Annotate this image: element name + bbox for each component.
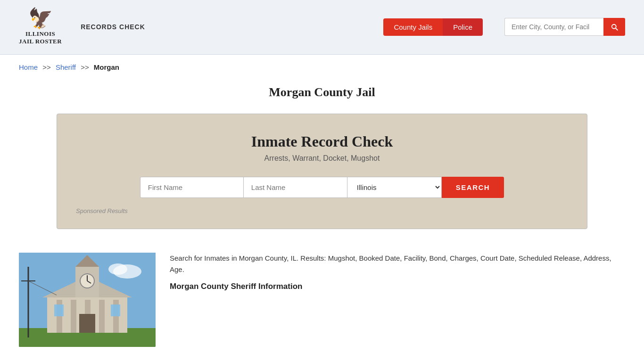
record-search-button[interactable]: SEARCH <box>442 177 504 198</box>
record-check-box: Inmate Record Check Arrests, Warrant, Do… <box>57 114 587 229</box>
county-jails-button[interactable]: County Jails <box>383 18 443 36</box>
bottom-section: Search for Inmates in Morgan County, IL.… <box>0 239 644 361</box>
state-select[interactable]: AlabamaAlaskaArizonaArkansasCaliforniaCo… <box>347 177 442 198</box>
breadcrumb-sep-2: >> <box>81 63 89 71</box>
svg-rect-18 <box>111 304 120 316</box>
header-search-button[interactable] <box>603 18 625 36</box>
breadcrumb-sheriff[interactable]: Sheriff <box>56 63 76 71</box>
bottom-text: Search for Inmates in Morgan County, IL.… <box>170 253 625 291</box>
page-title: Morgan County Jail <box>19 85 625 99</box>
header-search <box>504 18 625 36</box>
header-search-input[interactable] <box>504 18 603 36</box>
bottom-sheriff-heading: Morgan County Sheriff Information <box>170 282 625 291</box>
page-title-area: Morgan County Jail <box>0 76 644 104</box>
records-check-link[interactable]: RECORDS CHECK <box>81 23 145 31</box>
record-check-subtitle: Arrests, Warrant, Docket, Mugshot <box>76 154 568 163</box>
breadcrumb-home[interactable]: Home <box>19 63 38 71</box>
nav-buttons: County Jails Police <box>383 18 483 36</box>
first-name-input[interactable] <box>140 177 244 198</box>
sponsored-label: Sponsored Results <box>76 207 568 214</box>
svg-point-2 <box>108 263 127 275</box>
breadcrumb-current: Morgan <box>94 63 119 71</box>
last-name-input[interactable] <box>244 177 347 198</box>
building-image <box>19 253 156 347</box>
search-icon <box>610 23 619 31</box>
svg-rect-6 <box>71 300 76 333</box>
record-check-form: AlabamaAlaskaArizonaArkansasCaliforniaCo… <box>76 177 568 198</box>
logo-text: ILLINOIS JAIL ROSTER <box>19 30 62 46</box>
breadcrumb-sep-1: >> <box>42 63 51 71</box>
police-button[interactable]: Police <box>443 18 483 36</box>
logo[interactable]: 🦅 ILLINOIS JAIL ROSTER <box>19 8 62 46</box>
courthouse-svg <box>19 253 156 347</box>
record-check-title: Inmate Record Check <box>76 133 568 150</box>
bottom-description: Search for Inmates in Morgan County, IL.… <box>170 253 625 275</box>
logo-icon: 🦅 <box>28 8 53 28</box>
svg-rect-17 <box>54 304 64 316</box>
svg-rect-8 <box>99 300 105 333</box>
svg-rect-16 <box>79 314 95 333</box>
header: 🦅 ILLINOIS JAIL ROSTER RECORDS CHECK Cou… <box>0 0 644 55</box>
breadcrumb: Home >> Sheriff >> Morgan <box>0 55 644 76</box>
